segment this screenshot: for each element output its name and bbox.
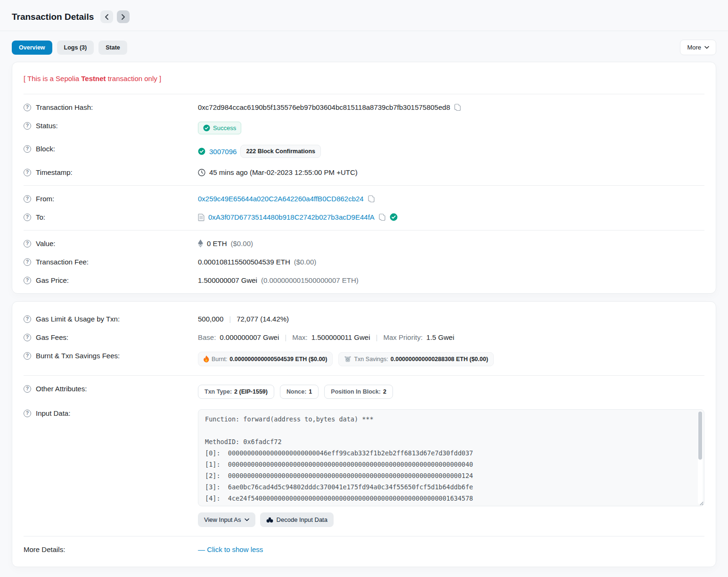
value-row: Value: 0 ETH ($0.00) [24,234,704,253]
section-divider [24,375,704,376]
ethereum-icon [198,239,203,247]
base-fee-value: 0.000000007 Gwei [220,333,279,341]
testnet-warning-prefix: [ This is a Sepolia [24,74,81,82]
copy-icon[interactable] [378,214,386,221]
max-priority-fee-label: Max Priority: [383,333,422,341]
to-row: To: 0xA3f07D6773514480b918C2742b027b3acD… [24,208,704,226]
position-in-block-label: Position In Block: [331,388,381,395]
burnt-fee-badge: Burnt: 0.000000000000504539 ETH ($0.00) [198,352,333,366]
separator: | [227,315,233,323]
testnet-warning-suffix: transaction only ] [106,74,162,82]
input-data-scrollbar-thumb[interactable] [698,412,702,460]
help-icon[interactable] [24,104,31,111]
value-usd: ($0.00) [231,239,254,247]
decode-binoculars-icon [266,517,273,523]
status-row: Status: Success [24,116,704,140]
decode-input-data-button[interactable]: Decode Input Data [260,512,334,527]
more-dropdown-label: More [687,44,701,51]
help-icon[interactable] [24,122,31,130]
to-address-link[interactable]: 0xA3f07D6773514480b918C2742b027b3acD9E44… [208,213,375,221]
view-input-as-button[interactable]: View Input As [198,512,255,527]
input-data-actions: View Input As Decode Input Data [198,512,704,527]
copy-icon[interactable] [454,104,461,111]
base-fee-label: Base: [198,333,216,341]
contract-document-icon [198,214,204,221]
position-in-block-badge: Position In Block: 2 [324,385,393,399]
input-data-textarea[interactable]: Function: forward(address to,bytes data)… [198,409,704,506]
burnt-fee-label: Burnt: [212,356,227,363]
page-header: Transaction Details [12,8,716,31]
help-icon[interactable] [24,410,31,417]
overview-card: [ This is a Sepolia Testnet transaction … [12,62,716,294]
header-divider [0,31,728,31]
transaction-details-page: Transaction Details Overview Logs (3) St… [0,0,728,577]
separator: | [283,333,288,341]
help-icon[interactable] [24,240,31,247]
status-badge-label: Success [213,124,236,132]
help-icon[interactable] [24,169,31,176]
help-icon[interactable] [24,258,31,266]
help-icon[interactable] [24,195,31,203]
section-divider [24,185,704,186]
tab-state[interactable]: State [98,41,127,55]
help-icon[interactable] [24,352,31,360]
check-circle-icon [198,148,205,155]
chevron-right-icon [121,14,125,20]
tab-logs[interactable]: Logs (3) [57,41,94,55]
money-wings-icon [344,356,352,362]
input-data-label: Input Data: [36,409,70,417]
max-fee-label: Max: [292,333,308,341]
clock-icon [198,169,205,176]
timestamp-row: Timestamp: 45 mins ago (Mar-02-2023 12:5… [24,163,704,181]
txn-type-value: 2 (EIP-1559) [234,388,268,395]
previous-transaction-button[interactable] [100,10,113,23]
block-confirmations-badge: 222 Block Confirmations [240,145,321,158]
verified-check-circle-icon [390,213,398,221]
from-label: From: [36,195,54,203]
txn-type-badge: Txn Type: 2 (EIP-1559) [198,385,274,399]
burnt-savings-label: Burnt & Txn Savings Fees: [36,352,120,360]
block-row: Block: 3007096 222 Block Confirmations [24,140,704,163]
gas-price-row: Gas Price: 1.500000007 Gwei (0.000000001… [24,271,704,289]
decode-input-data-label: Decode Input Data [277,516,327,523]
help-icon[interactable] [24,145,31,153]
max-fee-value: 1.500000011 Gwei [311,333,370,341]
from-address-link[interactable]: 0x259c49E65644a020C2A642260a4ffB0CD862cb… [198,195,364,203]
help-icon[interactable] [24,277,31,284]
gas-price-eth: (0.000000001500000007 ETH) [261,276,359,284]
to-label: To: [36,213,45,221]
transaction-fee-row: Transaction Fee: 0.000108115500504539 ET… [24,253,704,271]
more-details-label: More Details: [24,545,65,553]
help-icon[interactable] [24,315,31,323]
position-in-block-value: 2 [383,388,386,395]
help-icon[interactable] [24,385,31,393]
value-amount: 0 ETH [207,239,227,247]
show-less-link[interactable]: — Click to show less [198,545,263,553]
check-circle-icon [203,124,210,132]
help-icon[interactable] [24,214,31,221]
resize-handle-icon[interactable] [698,500,703,505]
testnet-warning: [ This is a Sepolia Testnet transaction … [24,66,704,90]
chevron-down-icon [245,518,249,521]
chevron-down-icon [704,46,709,49]
input-data-content: Function: forward(address to,bytes data)… [205,413,692,506]
transaction-hash-value: 0xc72d984ccac6190b5f135576eb97b03604bc81… [198,103,450,111]
tab-overview[interactable]: Overview [12,41,52,55]
next-transaction-button[interactable] [117,10,130,23]
page-title: Transaction Details [12,12,94,22]
other-attributes-row: Other Attributes: Txn Type: 2 (EIP-1559)… [24,379,704,404]
nonce-value: 1 [309,388,312,395]
testnet-warning-highlight: Testnet [81,74,106,82]
transaction-fee-label: Transaction Fee: [36,258,89,266]
block-number-link[interactable]: 3007096 [209,148,237,156]
copy-icon[interactable] [368,195,375,203]
txn-savings-badge: Txn Savings: 0.000000000000288308 ETH ($… [338,352,493,366]
txn-savings-value: 0.000000000000288308 ETH ($0.00) [391,356,488,363]
transaction-hash-label: Transaction Hash: [36,103,93,111]
more-dropdown-button[interactable]: More [680,40,716,55]
input-data-scrollbar[interactable] [698,411,703,504]
status-badge: Success [198,122,241,134]
section-divider [24,536,704,536]
help-icon[interactable] [24,334,31,341]
transaction-fee-usd: ($0.00) [294,258,317,266]
